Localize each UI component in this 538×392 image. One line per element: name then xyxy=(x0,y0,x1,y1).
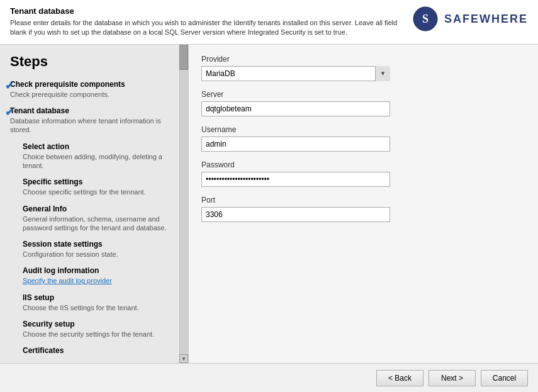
sidebar-item-select-action[interactable]: Select actionChoice between adding, modi… xyxy=(0,138,188,174)
sidebar-item-desc: Database information where tenant inform… xyxy=(10,116,178,135)
sidebar-item-title: Audit log information xyxy=(23,266,178,275)
username-input[interactable] xyxy=(201,137,390,152)
sidebar-item-desc: Check prerequisite components. xyxy=(10,90,178,99)
sidebar-item-desc: General information, schema, username an… xyxy=(23,215,178,233)
footer: < Back Next > Cancel xyxy=(0,363,538,392)
sidebar-item-desc: Configuration for session state. xyxy=(23,250,178,259)
logo-text: SAFEWHERE xyxy=(444,13,528,26)
sidebar-item-tenant-database[interactable]: ✔Tenant databaseDatabase information whe… xyxy=(0,103,188,138)
sidebar-item-general-info[interactable]: General InfoGeneral information, schema,… xyxy=(0,201,188,237)
scroll-thumb[interactable] xyxy=(179,45,188,70)
sidebar-item-iis-setup[interactable]: IIS setupChoose the IIS settings for the… xyxy=(0,289,188,316)
provider-group: Provider MariaDBSQL ServerPostgreSQL ▼ xyxy=(201,55,525,81)
logo-block: S SAFEWHERE xyxy=(413,6,528,31)
sidebar-item-desc: Choose specific settings for the tennant… xyxy=(23,188,178,196)
sidebar-item-check-prereq[interactable]: ✔Check prerequisite componentsCheck prer… xyxy=(0,76,188,103)
sidebar-item-title: Session state settings xyxy=(23,240,178,249)
sidebar-item-title: Check prerequisite components xyxy=(10,80,178,89)
sidebar-title: Steps xyxy=(0,45,188,76)
server-input[interactable] xyxy=(201,101,390,116)
sidebar-item-title: Select action xyxy=(23,142,178,151)
sidebar-item-title: General Info xyxy=(23,204,178,213)
sidebar: Steps ✔Check prerequisite componentsChec… xyxy=(0,45,189,363)
checkmark-icon: ✔ xyxy=(5,106,13,118)
scroll-down-arrow[interactable]: ▼ xyxy=(179,354,188,363)
port-input[interactable] xyxy=(201,207,390,222)
header-description: Please enter details for the database in… xyxy=(10,18,400,38)
sidebar-item-certificates[interactable]: Certificates xyxy=(0,342,188,359)
sidebar-item-specific-settings[interactable]: Specific settingsChoose specific setting… xyxy=(0,174,188,200)
sidebar-item-title: Tenant database xyxy=(10,106,178,115)
safewhere-logo-icon: S xyxy=(413,6,438,31)
sidebar-item-title: IIS setup xyxy=(23,293,178,302)
username-label: Username xyxy=(201,125,525,134)
sidebar-item-desc: Choose the IIS settings for the tenant. xyxy=(23,303,178,312)
sidebar-item-session-state[interactable]: Session state settingsConfiguration for … xyxy=(0,236,188,262)
server-group: Server xyxy=(201,90,525,116)
username-group: Username xyxy=(201,125,525,152)
header-text-block: Tenant database Please enter details for… xyxy=(10,6,413,38)
sidebar-item-desc: Choice between adding, modifying, deleti… xyxy=(23,152,178,171)
sidebar-item-title: Security setup xyxy=(23,320,178,328)
provider-select[interactable]: MariaDBSQL ServerPostgreSQL xyxy=(201,66,390,81)
back-button[interactable]: < Back xyxy=(376,370,423,386)
port-label: Port xyxy=(201,196,525,204)
content-area: Provider MariaDBSQL ServerPostgreSQL ▼ S… xyxy=(189,45,538,363)
svg-text:S: S xyxy=(422,13,429,25)
header: Tenant database Please enter details for… xyxy=(0,0,538,45)
sidebar-items: ✔Check prerequisite componentsCheck prer… xyxy=(0,76,188,363)
password-input[interactable] xyxy=(201,172,390,187)
sidebar-item-title: Certificates xyxy=(23,346,178,355)
provider-select-wrapper: MariaDBSQL ServerPostgreSQL ▼ xyxy=(201,66,390,81)
sidebar-item-desc: Specify the audit log provider xyxy=(23,276,178,285)
header-title: Tenant database xyxy=(10,6,400,16)
cancel-button[interactable]: Cancel xyxy=(481,370,528,386)
port-group: Port xyxy=(201,196,525,222)
sidebar-item-title: Specific settings xyxy=(23,177,178,186)
checkmark-icon: ✔ xyxy=(5,80,13,92)
sidebar-item-security-setup[interactable]: Security setupChoose the security settin… xyxy=(0,316,188,342)
main-body: Steps ✔Check prerequisite componentsChec… xyxy=(0,45,538,363)
sidebar-item-audit-log[interactable]: Audit log informationSpecify the audit l… xyxy=(0,262,188,289)
password-label: Password xyxy=(201,160,525,169)
next-button[interactable]: Next > xyxy=(429,370,476,386)
password-group: Password xyxy=(201,160,525,187)
provider-label: Provider xyxy=(201,55,525,64)
sidebar-item-desc: Choose the security settings for the ten… xyxy=(23,330,178,339)
sidebar-scrollbar[interactable]: ▲ ▼ xyxy=(179,45,188,363)
server-label: Server xyxy=(201,90,525,99)
